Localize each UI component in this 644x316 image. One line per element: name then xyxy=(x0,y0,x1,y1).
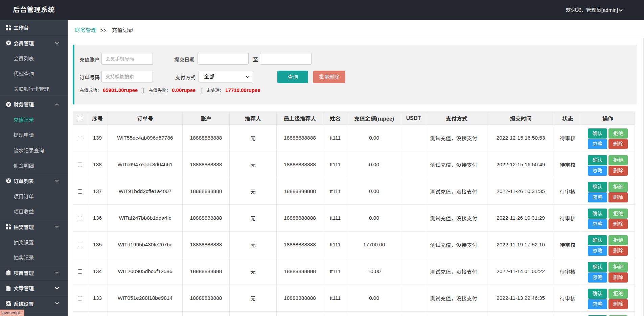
svg-text:￥: ￥ xyxy=(7,178,11,183)
svg-text:￥: ￥ xyxy=(7,102,11,107)
